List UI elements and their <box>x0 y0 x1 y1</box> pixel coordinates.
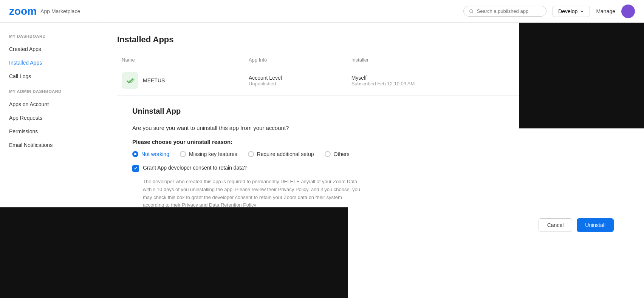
reason-label-1: Missing key features <box>189 151 237 157</box>
reason-label-3: Others <box>334 151 350 157</box>
svg-line-1 <box>472 12 473 13</box>
reason-not-working[interactable]: Not working <box>132 151 169 157</box>
confirm-uninstall-button[interactable]: Uninstall <box>577 218 614 232</box>
consent-description: The developer who created this app is re… <box>143 178 362 209</box>
page-title: Installed Apps <box>117 35 174 45</box>
consent-row: Grant App developer consent to retain da… <box>132 165 614 172</box>
cancel-button[interactable]: Cancel <box>539 218 573 232</box>
consent-checkbox[interactable] <box>132 165 139 172</box>
sidebar-item-permissions[interactable]: Permissions <box>0 125 102 138</box>
app-info-status: Unpublished <box>249 81 342 86</box>
app-logo <box>122 72 138 89</box>
develop-button[interactable]: Develop <box>553 6 590 17</box>
header-right: Develop Manage <box>463 5 635 18</box>
reason-others[interactable]: Others <box>325 151 350 157</box>
svg-rect-4 <box>124 75 136 86</box>
app-name: MEETUS <box>143 77 165 83</box>
chevron-down-icon <box>580 9 584 14</box>
logo: zoom App Marketplace <box>9 5 80 17</box>
reason-label-0: Not working <box>141 151 169 157</box>
sidebar-item-app-requests[interactable]: App Requests <box>0 111 102 125</box>
my-dashboard-section: MY DASHBOARD <box>0 34 102 42</box>
col-name: Name <box>117 54 244 66</box>
sidebar-item-apps-on-account[interactable]: Apps on Account <box>0 97 102 111</box>
zoom-logo[interactable]: zoom <box>9 5 37 17</box>
radio-unselected-icon <box>180 151 186 157</box>
installer-name: Myself <box>351 75 518 81</box>
sidebar-item-call-logs[interactable]: Call Logs <box>0 69 102 83</box>
svg-point-0 <box>470 9 473 12</box>
reason-additional-setup[interactable]: Require additional setup <box>248 151 314 157</box>
reason-options: Not working Missing key features Require… <box>132 151 614 157</box>
reason-label-2: Require additional setup <box>257 151 314 157</box>
sidebar-item-created-apps[interactable]: Created Apps <box>0 42 102 56</box>
published-app-search[interactable] <box>463 6 546 17</box>
app-info-level: Account Level <box>249 75 342 81</box>
search-published-app-input[interactable] <box>477 8 541 14</box>
col-installer: Installer <box>347 54 523 66</box>
radio-selected-icon <box>132 151 138 157</box>
app-row-name: MEETUS <box>122 72 240 89</box>
manage-button[interactable]: Manage <box>596 8 615 14</box>
my-admin-dashboard-section: MY ADMIN DASHBOARD <box>0 89 102 97</box>
header: zoom App Marketplace Develop Manage <box>0 0 644 23</box>
sidebar-item-installed-apps[interactable]: Installed Apps <box>0 56 102 69</box>
sidebar-item-email-notifications[interactable]: Email Notifications <box>0 138 102 152</box>
reason-missing-features[interactable]: Missing key features <box>180 151 237 157</box>
consent-label: Grant App developer consent to retain da… <box>143 165 247 171</box>
installer-date: Subscribed Feb 12 10:09 AM <box>351 81 518 86</box>
dialog-reason-label: Please choose your uninstall reason: <box>132 139 614 145</box>
radio-unselected-icon-2 <box>248 151 254 157</box>
app-marketplace-label: App Marketplace <box>40 8 80 14</box>
search-icon <box>469 9 474 14</box>
radio-unselected-icon-3 <box>325 151 331 157</box>
avatar[interactable] <box>621 5 635 18</box>
col-app-info: App Info <box>244 54 347 66</box>
